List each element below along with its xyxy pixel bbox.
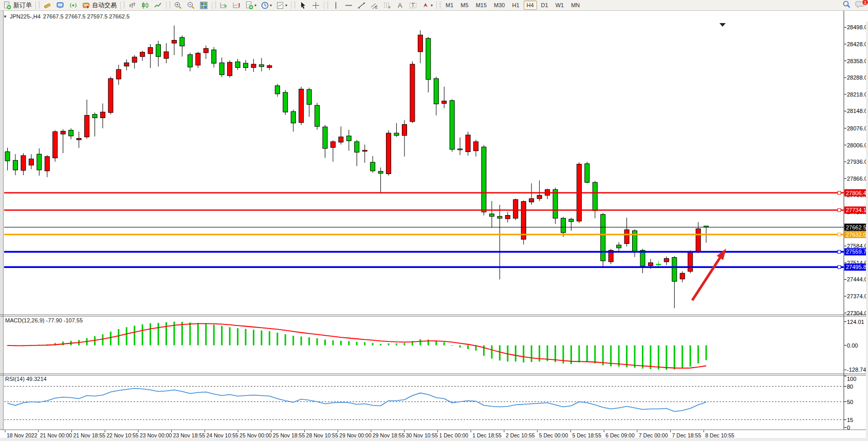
tab-timeframe-m30[interactable]: M30 (491, 1, 508, 10)
autotrading-button[interactable]: 自动交易 (80, 1, 119, 10)
candlestick-chart-icon[interactable] (139, 1, 152, 10)
macd-bar (428, 339, 429, 345)
one-click-trading-arrow[interactable]: ▼ (3, 14, 7, 19)
macd-bar (388, 343, 390, 346)
macd-bar (181, 322, 183, 346)
fibonacci-icon[interactable]: F (381, 1, 394, 10)
horizontal-line-icon[interactable] (342, 1, 355, 10)
templates-icon[interactable]: ▾ (274, 1, 289, 10)
macd-bar (253, 330, 254, 345)
tab-timeframe-m1[interactable]: M1 (442, 1, 456, 10)
macd-bar (221, 326, 223, 346)
candle (235, 62, 240, 67)
new-chart-icon[interactable]: ▾ (243, 1, 258, 10)
chevron-down-icon: ▾ (254, 3, 256, 8)
macd-bar (213, 325, 215, 346)
trend-arrow-shaft[interactable] (692, 258, 720, 300)
candle (204, 48, 208, 52)
macd-bar (276, 333, 278, 345)
candle (505, 216, 510, 219)
macd-bar (459, 346, 461, 348)
line-handle[interactable] (838, 250, 841, 253)
candle (450, 101, 454, 149)
macd-bar (586, 346, 588, 362)
chart-window[interactable]: ▼ JPN225-,H4 27667.5 27667.5 27597.5 276… (0, 11, 868, 441)
macd-bar (435, 341, 437, 345)
macd-bar (380, 344, 381, 346)
metaeditor-icon[interactable] (54, 1, 67, 10)
cursor-icon[interactable] (297, 1, 309, 10)
price-tick-label: 28428.0 (847, 41, 867, 47)
macd-bar (317, 338, 318, 346)
macd-bar (666, 346, 667, 370)
macd-bar (308, 337, 310, 346)
chart-title: ▼ JPN225-,H4 27667.5 27667.5 27597.5 276… (3, 13, 130, 20)
vertical-line-icon[interactable] (329, 1, 342, 10)
candle (458, 149, 463, 150)
macd-bar (674, 346, 675, 370)
candlestick-chart[interactable]: 28498.028428.028358.028288.028218.028148… (0, 11, 868, 441)
candle (664, 258, 669, 262)
macd-bar (165, 322, 167, 346)
toolbar-separator (436, 2, 437, 9)
candle (251, 64, 256, 68)
candle (593, 182, 597, 210)
candle (553, 189, 558, 218)
tab-timeframe-h4[interactable]: H4 (524, 1, 537, 10)
chart-shift-icon[interactable] (230, 1, 243, 10)
tab-timeframe-m15[interactable]: M15 (473, 1, 490, 10)
crosshair-icon[interactable] (309, 1, 322, 10)
macd-bar (189, 322, 191, 346)
macd-bar (348, 341, 349, 345)
auto-scroll-icon[interactable] (217, 1, 230, 10)
line-handle[interactable] (838, 233, 841, 236)
tile-windows-icon[interactable] (197, 1, 210, 10)
bar-chart-icon[interactable] (126, 1, 139, 10)
candle (180, 37, 184, 46)
macd-bar (324, 339, 326, 345)
macd-bar (634, 346, 636, 368)
tab-timeframe-d1[interactable]: D1 (538, 1, 551, 10)
macd-bar (697, 346, 699, 363)
tab-timeframe-mn[interactable]: MN (568, 1, 583, 10)
text-icon[interactable]: A (394, 1, 407, 10)
text-label-icon[interactable]: T (407, 1, 419, 10)
equidistant-channel-icon[interactable]: E (368, 1, 381, 10)
macd-bar (523, 346, 524, 362)
tab-timeframe-w1[interactable]: W1 (552, 1, 567, 10)
price-tick-label: 27304.0 (847, 310, 867, 316)
macd-bar (356, 342, 358, 346)
macd-bar (419, 339, 421, 346)
candle (100, 112, 105, 118)
macd-bar (301, 337, 302, 346)
tab-timeframe-h1[interactable]: H1 (509, 1, 522, 10)
candle (21, 156, 26, 170)
zoom-out-icon[interactable] (184, 1, 197, 10)
candle (656, 264, 661, 265)
arrows-icon[interactable]: ▾ (419, 1, 435, 10)
candle (680, 273, 685, 279)
macd-bar (626, 346, 627, 368)
period-icon[interactable]: ▾ (258, 1, 274, 10)
trendline-icon[interactable] (355, 1, 368, 10)
chart-shift-marker[interactable] (719, 23, 726, 27)
signals-icon[interactable] (67, 1, 80, 10)
macd-bar (126, 327, 127, 345)
chat-icon[interactable]: 1 (855, 0, 865, 11)
crayon-icon[interactable] (41, 1, 54, 10)
candle (37, 154, 42, 170)
candle (585, 164, 589, 182)
line-handle[interactable] (838, 265, 841, 269)
macd-tick-label: 0.00 (847, 342, 858, 349)
zoom-in-icon[interactable] (172, 1, 184, 10)
search-icon[interactable] (842, 0, 851, 11)
toolbar-grip (294, 2, 296, 9)
line-handle[interactable] (838, 208, 841, 212)
line-chart-icon[interactable] (152, 1, 164, 10)
candle (219, 63, 224, 74)
tab-timeframe-m5[interactable]: M5 (457, 1, 471, 10)
line-handle[interactable] (838, 191, 841, 195)
new-order-button[interactable]: 新订单 (1, 1, 34, 10)
toolbar-separator (324, 2, 324, 9)
candle (394, 133, 399, 136)
